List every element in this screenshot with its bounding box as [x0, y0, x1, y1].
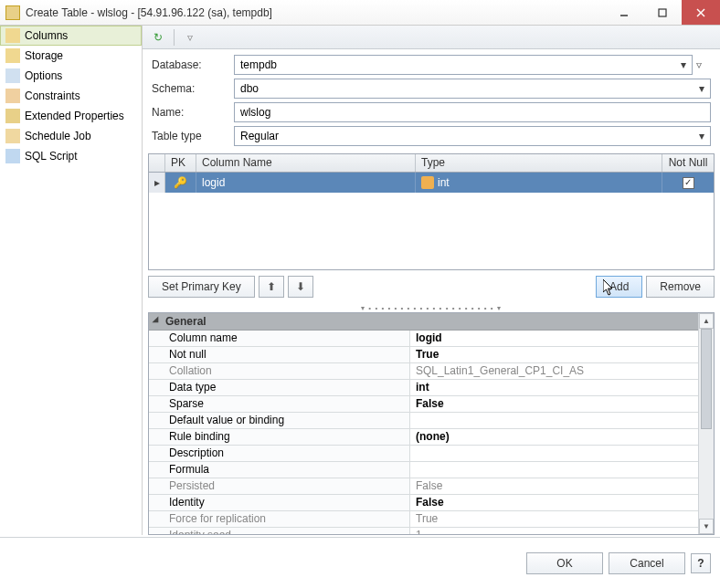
cancel-button[interactable]: Cancel: [609, 552, 685, 574]
scrollbar-thumb[interactable]: [701, 329, 712, 429]
sidebar-item-constraints[interactable]: Constraints: [0, 86, 142, 106]
property-key: Description: [149, 446, 410, 461]
property-value[interactable]: True: [410, 511, 698, 527]
ext-props-icon: [5, 109, 20, 123]
columns-grid: PK Column Name Type Not Null ▸ 🔑 logid i…: [148, 153, 715, 270]
property-row[interactable]: Formula: [149, 462, 698, 478]
content-toolbar: ↻ ▿: [143, 26, 720, 49]
database-label: Database:: [152, 58, 234, 71]
property-key: Column name: [149, 331, 410, 346]
window-title: Create Table - wlslog - [54.91.96.122 (s…: [26, 6, 605, 19]
property-row[interactable]: Default value or binding: [149, 413, 698, 429]
help-button[interactable]: ?: [691, 553, 711, 573]
grid-header-selector: [149, 154, 165, 172]
splitter-handle[interactable]: ▾ • • • • • • • • • • • • • • • • • • • …: [143, 303, 720, 312]
property-row[interactable]: PersistedFalse: [149, 478, 698, 495]
property-row[interactable]: Column namelogid: [149, 331, 698, 347]
property-value[interactable]: False: [410, 478, 698, 494]
property-key: Rule binding: [149, 429, 410, 445]
title-bar: Create Table - wlslog - [54.91.96.122 (s…: [0, 0, 720, 26]
sidebar-item-sql-script[interactable]: SQL Script: [0, 146, 142, 166]
toolbar-separator: [174, 29, 175, 46]
property-row[interactable]: Not nullTrue: [149, 347, 698, 363]
svg-rect-1: [659, 9, 666, 16]
property-value[interactable]: [410, 446, 698, 461]
app-icon: [5, 5, 20, 20]
property-key: Identity seed: [149, 528, 410, 534]
filter-icon[interactable]: ▿: [180, 28, 200, 47]
property-value[interactable]: [410, 462, 698, 478]
remove-button[interactable]: Remove: [646, 276, 715, 298]
datatype-icon: [421, 176, 434, 189]
scrollbar-vertical[interactable]: ▲ ▼: [698, 313, 714, 534]
pk-cell: 🔑: [165, 173, 196, 193]
property-value[interactable]: logid: [410, 331, 698, 346]
ok-button[interactable]: OK: [526, 552, 603, 574]
tabletype-select[interactable]: Regular▾: [234, 126, 711, 146]
key-icon: 🔑: [174, 176, 187, 189]
storage-icon: [5, 48, 20, 63]
grid-header-column-name[interactable]: Column Name: [196, 154, 416, 172]
close-button[interactable]: [682, 0, 720, 25]
sidebar-item-extended-properties[interactable]: Extended Properties: [0, 106, 142, 126]
column-name-cell[interactable]: logid: [196, 173, 416, 193]
property-value[interactable]: SQL_Latin1_General_CP1_CI_AS: [410, 363, 698, 379]
name-label: Name:: [152, 106, 234, 119]
grid-header-type[interactable]: Type: [416, 154, 662, 172]
checkbox-checked-icon[interactable]: ✓: [683, 177, 694, 189]
minimize-button[interactable]: [605, 0, 643, 25]
scroll-up-icon[interactable]: ▲: [699, 313, 714, 329]
refresh-icon[interactable]: ↻: [148, 28, 168, 47]
property-key: Identity: [149, 495, 410, 510]
property-value[interactable]: (none): [410, 429, 698, 445]
database-filter-icon[interactable]: ▿: [696, 58, 711, 71]
grid-header-pk[interactable]: PK: [165, 154, 196, 172]
property-row[interactable]: CollationSQL_Latin1_General_CP1_CI_AS: [149, 363, 698, 380]
scroll-down-icon[interactable]: ▼: [699, 519, 714, 534]
property-section-header[interactable]: General: [149, 313, 698, 331]
column-type-cell[interactable]: int: [416, 173, 662, 193]
grid-empty-area: [149, 193, 714, 269]
sidebar-item-options[interactable]: Options: [0, 66, 142, 86]
arrow-up-icon: ⬆: [267, 280, 276, 293]
property-key: Default value or binding: [149, 413, 410, 428]
database-select[interactable]: tempdb▾: [234, 55, 693, 75]
property-row[interactable]: IdentityFalse: [149, 495, 698, 511]
move-up-button[interactable]: ⬆: [259, 276, 284, 298]
add-button[interactable]: Add: [596, 276, 642, 298]
sidebar-label: Extended Properties: [25, 110, 124, 122]
property-value[interactable]: [410, 413, 698, 428]
property-row[interactable]: Identity seed1: [149, 528, 698, 534]
property-row[interactable]: Force for replicationTrue: [149, 511, 698, 528]
sidebar-item-schedule-job[interactable]: Schedule Job: [0, 126, 142, 146]
property-key: Data type: [149, 380, 410, 395]
maximize-button[interactable]: [643, 0, 682, 25]
grid-header-not-null[interactable]: Not Null: [662, 154, 714, 172]
sidebar-item-storage[interactable]: Storage: [0, 46, 142, 66]
sidebar-label: Schedule Job: [25, 130, 91, 142]
chevron-down-icon: ▾: [681, 58, 686, 71]
sidebar-item-columns[interactable]: Columns: [0, 26, 142, 46]
table-row[interactable]: ▸ 🔑 logid int ✓: [149, 173, 714, 193]
constraints-icon: [5, 89, 20, 103]
property-row[interactable]: Rule binding(none): [149, 429, 698, 446]
property-value[interactable]: int: [410, 380, 698, 395]
property-value[interactable]: False: [410, 396, 698, 412]
schema-select[interactable]: dbo▾: [234, 79, 711, 99]
property-value[interactable]: True: [410, 347, 698, 362]
property-key: Not null: [149, 347, 410, 362]
set-primary-key-button[interactable]: Set Primary Key: [148, 276, 255, 298]
property-row[interactable]: SparseFalse: [149, 396, 698, 413]
property-row[interactable]: Data typeint: [149, 380, 698, 396]
property-value[interactable]: False: [410, 495, 698, 510]
property-key: Force for replication: [149, 511, 410, 527]
chevron-down-icon: ▾: [699, 82, 704, 95]
property-value[interactable]: 1: [410, 528, 698, 534]
property-row[interactable]: Description: [149, 446, 698, 462]
move-down-button[interactable]: ⬇: [288, 276, 313, 298]
sidebar: Columns Storage Options Constraints Exte…: [0, 26, 143, 535]
name-input[interactable]: wlslog: [234, 102, 711, 122]
chevron-down-icon: ▾: [699, 130, 704, 142]
sidebar-label: Constraints: [25, 89, 80, 102]
not-null-cell[interactable]: ✓: [662, 173, 714, 193]
